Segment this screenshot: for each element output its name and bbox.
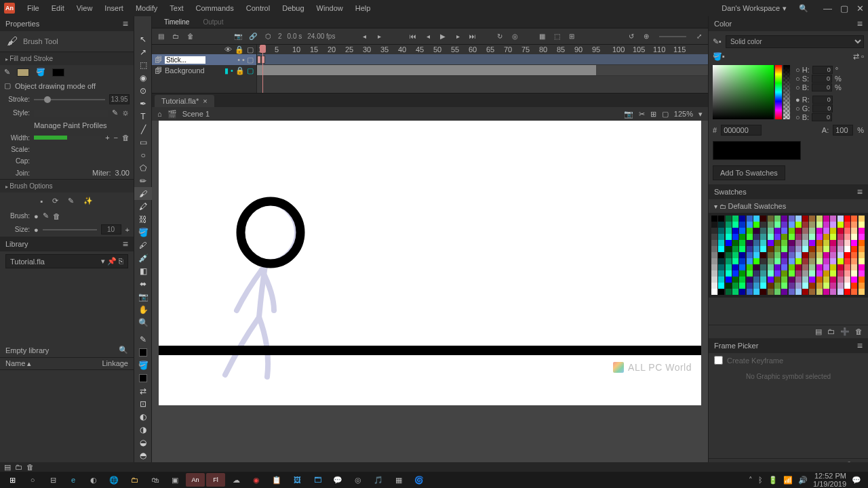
panel-menu-icon[interactable]: ≡ bbox=[857, 18, 863, 29]
swatch-delete-icon[interactable]: 🗑 bbox=[855, 327, 863, 336]
store-icon[interactable]: 🛍 bbox=[145, 473, 164, 487]
workspace-switcher[interactable]: Dan's Workspace▾ bbox=[716, 3, 792, 14]
subselection-tool[interactable]: ↗ bbox=[134, 45, 152, 58]
app-icon[interactable]: 🖼 bbox=[288, 473, 307, 487]
brush-option[interactable]: ◐ bbox=[134, 410, 152, 423]
style-dropdown[interactable] bbox=[34, 110, 108, 117]
swatch-grid[interactable] bbox=[709, 213, 868, 298]
app-icon[interactable]: 🗔 bbox=[308, 473, 327, 487]
menu-debug[interactable]: Debug bbox=[277, 2, 309, 14]
3d-rotation-tool[interactable]: ◉ bbox=[134, 71, 152, 84]
pen-tool[interactable]: ✒ bbox=[134, 97, 152, 110]
minus-icon[interactable]: − bbox=[114, 134, 118, 142]
maximize-button[interactable]: ▢ bbox=[840, 3, 848, 14]
layer-background[interactable]: 🗐Background▮ • 🔒 ▢ bbox=[152, 65, 256, 76]
start-button[interactable]: ⊞ bbox=[3, 473, 22, 487]
clip-icon[interactable]: ✂ bbox=[639, 110, 645, 119]
rectangle-tool[interactable]: ▭ bbox=[134, 136, 152, 148]
search-icon[interactable]: 🔍 bbox=[799, 4, 808, 13]
sb-icon[interactable]: ▤ bbox=[4, 463, 11, 472]
menu-control[interactable]: Control bbox=[241, 2, 275, 14]
rotate-view-icon[interactable]: ▢ bbox=[662, 110, 669, 119]
brush-option2[interactable]: ◑ bbox=[134, 423, 152, 436]
menu-help[interactable]: Help bbox=[350, 2, 376, 14]
width-profile[interactable] bbox=[34, 136, 101, 140]
hue-slider[interactable] bbox=[775, 65, 782, 119]
app-icon[interactable]: 💬 bbox=[328, 473, 347, 487]
hex-input[interactable] bbox=[721, 125, 762, 136]
minimize-button[interactable]: — bbox=[823, 3, 832, 14]
fill-swatch[interactable] bbox=[134, 371, 152, 384]
stroke-value[interactable]: 13.95 bbox=[109, 94, 130, 104]
panel-menu-icon[interactable]: ≡ bbox=[123, 239, 128, 249]
h-input[interactable] bbox=[812, 66, 833, 74]
lib-col-linkage[interactable]: Linkage bbox=[102, 359, 128, 368]
app-icon[interactable]: ▣ bbox=[165, 473, 184, 487]
size-plus-icon[interactable]: + bbox=[125, 226, 130, 234]
swatch-new-icon[interactable]: ▤ bbox=[815, 327, 822, 336]
scene-icon[interactable]: 🎬 bbox=[167, 110, 177, 119]
timeline-tab[interactable]: Timeline bbox=[157, 17, 196, 27]
swatch-add-icon[interactable]: ➕ bbox=[840, 327, 850, 336]
battery-icon[interactable]: 🔋 bbox=[768, 476, 778, 485]
options-icon[interactable]: ⛭ bbox=[122, 109, 130, 117]
volume-icon[interactable]: 🔊 bbox=[798, 476, 808, 485]
notifications-icon[interactable]: 💬 bbox=[852, 476, 861, 485]
add-to-swatches-button[interactable]: Add To Swatches bbox=[713, 165, 785, 180]
pencil-tool[interactable]: ✏ bbox=[134, 174, 152, 187]
step-fwd-icon[interactable]: ▸ bbox=[453, 32, 462, 41]
cortana-icon[interactable]: ○ bbox=[23, 473, 42, 487]
bluetooth-icon[interactable]: ᛒ bbox=[758, 476, 763, 484]
swap-icon[interactable]: ⇄ ▫ bbox=[853, 52, 864, 61]
sb-icon[interactable]: 🗑 bbox=[26, 463, 34, 471]
brush-option3[interactable]: ◒ bbox=[134, 436, 152, 449]
menu-window[interactable]: Window bbox=[311, 2, 349, 14]
app-icon[interactable]: ☁ bbox=[226, 473, 245, 487]
fill-stroke-section[interactable]: Fill and Stroke bbox=[0, 52, 134, 65]
bv-input[interactable] bbox=[812, 113, 832, 121]
ink-bottle-tool[interactable]: 🖋 bbox=[134, 239, 152, 251]
output-tab[interactable]: Output bbox=[196, 17, 230, 27]
panel-menu-icon[interactable]: ≡ bbox=[123, 18, 128, 29]
zoom-slider[interactable] bbox=[659, 36, 686, 37]
stroke-color[interactable]: ✎ bbox=[134, 333, 152, 346]
brush-edit-icon[interactable]: ✎ bbox=[43, 211, 49, 220]
loop-icon[interactable]: ↻ bbox=[495, 32, 505, 41]
new-folder-icon[interactable]: 🗀 bbox=[171, 32, 180, 41]
polystar-tool[interactable]: ⬠ bbox=[134, 161, 152, 174]
document-tab[interactable]: Tutorial.fla*× bbox=[155, 95, 214, 107]
free-transform-tool[interactable]: ⬚ bbox=[134, 58, 152, 71]
stroke-swatch[interactable] bbox=[134, 346, 152, 359]
prev-key-icon[interactable]: ◂ bbox=[359, 32, 369, 41]
paint-bucket-tool[interactable]: 🪣 bbox=[134, 226, 152, 239]
hand-tool[interactable]: ✋ bbox=[134, 303, 152, 316]
panel-menu-icon[interactable]: ≡ bbox=[857, 340, 863, 351]
brush-edit-icon[interactable]: ✎ bbox=[68, 197, 74, 205]
lib-col-name[interactable]: Name ▴ bbox=[5, 359, 102, 368]
brush-tip-icon[interactable]: ● bbox=[34, 212, 39, 220]
edit-multiple-icon[interactable]: ⬚ bbox=[552, 32, 561, 41]
center-frame-icon[interactable]: ↺ bbox=[627, 32, 636, 41]
menu-text[interactable]: Text bbox=[164, 2, 189, 14]
frame-track-bg[interactable] bbox=[257, 65, 708, 76]
outline-icon[interactable]: ▢ bbox=[247, 45, 254, 54]
clock[interactable]: 12:52 PM1/19/2019 bbox=[813, 472, 846, 488]
pencil-icon[interactable]: ✎ bbox=[4, 68, 10, 77]
span-icon[interactable]: ⊕ bbox=[642, 32, 651, 41]
snap-option[interactable]: ⊡ bbox=[134, 397, 152, 410]
menu-commands[interactable]: Commands bbox=[190, 2, 239, 14]
frame-ruler[interactable]: 1510152025303540455055606570758085909510… bbox=[257, 45, 708, 54]
menu-edit[interactable]: Edit bbox=[46, 2, 70, 14]
fill-swatch[interactable] bbox=[52, 68, 64, 77]
app-icon[interactable]: ◉ bbox=[247, 473, 266, 487]
chrome-icon[interactable]: 🌐 bbox=[104, 473, 123, 487]
alpha-slider[interactable] bbox=[783, 65, 790, 119]
menu-file[interactable]: File bbox=[22, 2, 45, 14]
g-input[interactable] bbox=[812, 104, 833, 113]
stroke-slider[interactable] bbox=[34, 99, 105, 100]
add-icon[interactable]: + bbox=[105, 134, 109, 142]
app-icon[interactable]: 🎵 bbox=[369, 473, 388, 487]
camera-icon[interactable]: 📷 bbox=[233, 32, 243, 41]
zoom-tool[interactable]: 🔍 bbox=[134, 316, 152, 329]
animate-icon[interactable]: An bbox=[186, 473, 205, 487]
